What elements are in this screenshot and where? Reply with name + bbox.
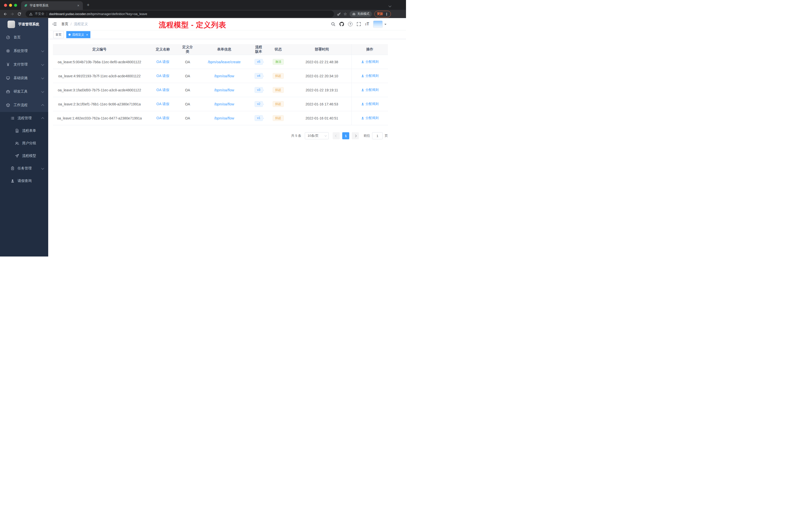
cell-status: 激活 [264,55,292,69]
sidebar-item-workflow[interactable]: 工作流程 [0,98,48,112]
chevron-left-icon [335,134,338,137]
security-label[interactable]: 不安全 [35,12,45,16]
chevron-down-icon [41,90,44,93]
sidebar-item-leave-query[interactable]: 请假查询 [0,175,48,187]
logo-title: 芋道管理系统 [18,22,39,27]
prev-page-button[interactable] [333,132,340,139]
next-page-button[interactable] [352,132,359,139]
status-badge: 激活 [273,59,284,64]
total-count: 共 5 条 [291,133,301,138]
table-header-row: 定义编号 定义名称 定义分类 表单信息 流程版本 状态 部署时间 操作 [53,44,388,55]
tab-search-button[interactable] [389,5,391,7]
tag-home[interactable]: 首页 [53,31,64,38]
document-icon [15,129,19,133]
assign-rule-label: 分配规则 [366,73,379,78]
goto-page-input[interactable] [372,132,383,139]
definition-name-link[interactable]: OA 请假 [156,102,169,106]
assign-rule-button[interactable]: 分配规则 [361,102,379,106]
form-link[interactable]: /bpm/oa/flow [214,74,234,78]
sidebar-item-payment[interactable]: 支付管理 [0,58,48,71]
cell-definition-id: oa_leave:2:3c1f0ef1-76b1-11ec-9c66-a2380… [53,97,146,111]
form-link[interactable]: /bpm/oa/flow [214,116,234,120]
font-size-large-t: T [367,22,369,26]
assign-rule-label: 分配规则 [366,102,379,106]
cell-actions: 分配规则 [351,69,388,83]
sidebar-item-process-form[interactable]: 流程表单 [0,124,48,137]
definition-name-link[interactable]: OA 请假 [156,74,169,78]
breadcrumb: 首页 / 流程定义 [61,22,88,26]
assign-rule-button[interactable]: 分配规则 [361,88,379,92]
close-window-button[interactable] [4,4,7,7]
assign-rule-button[interactable]: 分配规则 [361,59,379,64]
url-path: /bpm/manager/definition?key=oa_leave [90,12,147,16]
form-link[interactable]: /bpm/oa/flow [214,88,234,92]
page-annotation: 流程模型 - 定义列表 [159,20,226,30]
person-icon [361,74,364,78]
sidebar-item-process-mgmt[interactable]: 流程管理 [0,112,48,124]
forward-button[interactable] [9,11,16,17]
browser-menu-kebab-icon[interactable]: ⋮ [385,12,388,16]
breadcrumb-home[interactable]: 首页 [61,22,68,26]
user-avatar-menu[interactable] [373,21,386,28]
definition-name-link[interactable]: OA 请假 [156,88,169,92]
page-size-select[interactable]: 10条/页 [305,132,329,139]
back-button[interactable] [2,11,8,17]
browser-update-button[interactable]: 更新 ⋮ [374,11,391,17]
form-link[interactable]: /bpm/oa/flow [214,102,234,106]
monitor-icon [6,76,10,80]
person-icon [10,179,14,183]
tab-close-icon[interactable]: × [76,3,80,8]
form-link[interactable]: /bpm/oa/leave/create [208,60,241,64]
fullscreen-icon[interactable] [356,22,361,26]
version-badge: v2 [255,101,263,107]
paper-plane-icon [15,154,19,158]
incognito-badge: 无痕模式 [349,11,372,17]
back-arrow-icon [3,12,7,16]
github-icon[interactable] [340,22,344,26]
sidebar-item-user-group[interactable]: 用户分组 [0,137,48,150]
address-bar[interactable]: 不安全 dashboard.yudao.iocoder.cn/bpm/manag… [26,10,334,17]
cell-version: v5 [253,55,264,69]
refresh-button[interactable] [16,11,23,17]
sidebar-item-label: 流程表单 [22,128,44,133]
main: 首页 / 流程定义 流程模型 - 定义列表 ? TT [48,18,406,256]
minimize-window-button[interactable] [9,4,12,7]
url-text[interactable]: dashboard.yudao.iocoder.cn/bpm/manager/d… [49,12,147,16]
sidebar-submenu: 流程管理 流程表单 用户分组 流程模型 任务管理 [0,112,48,187]
status-badge: 挂起 [273,73,284,79]
sidebar-collapse-button[interactable] [52,22,57,26]
browser-tabstrip: 芋道管理系统 × + [0,0,406,10]
bookmark-star-icon[interactable]: ☆ [344,12,347,16]
search-icon[interactable] [331,22,336,26]
table-row: oa_leave:3:1fad3d93-7b75-11ec-a3c8-acde4… [53,83,388,97]
zoom-window-button[interactable] [14,4,17,7]
sidebar-item-home[interactable]: 首页 [0,31,48,44]
avatar[interactable] [373,21,383,28]
font-size-icon[interactable]: TT [365,22,369,26]
tag-close-icon[interactable]: × [86,33,88,36]
password-key-icon[interactable] [337,12,341,16]
sidebar-item-task-mgmt[interactable]: 任务管理 [0,162,48,175]
not-secure-warning-icon[interactable] [29,12,33,16]
list-icon [10,116,14,120]
cell-category: OA [180,69,195,83]
assign-rule-button[interactable]: 分配规则 [361,73,379,78]
help-icon[interactable]: ? [348,22,352,26]
sidebar-item-system[interactable]: 系统管理 [0,44,48,58]
sidebar-item-infra[interactable]: 基础设施 [0,71,48,85]
tag-process-definition[interactable]: 流程定义 × [66,31,90,38]
sidebar-logo[interactable]: 芋道管理系统 [0,18,48,31]
new-tab-button[interactable]: + [85,2,91,8]
cell-form-info: /bpm/oa/flow [195,83,253,97]
sidebar-item-process-model[interactable]: 流程模型 [0,150,48,162]
browser-tab[interactable]: 芋道管理系统 × [21,1,83,10]
chevron-down-icon [41,49,44,52]
definition-name-link[interactable]: OA 请假 [156,116,169,120]
assign-rule-button[interactable]: 分配规则 [361,116,379,120]
version-badge: v5 [255,59,263,64]
table-row: oa_leave:4:991f2193-7b7f-11ec-a3c8-acde4… [53,69,388,83]
sidebar-item-label: 系统管理 [13,49,42,53]
current-page-button[interactable]: 1 [342,132,349,139]
definition-name-link[interactable]: OA 请假 [156,60,169,64]
sidebar-item-devtools[interactable]: 研发工具 [0,85,48,98]
